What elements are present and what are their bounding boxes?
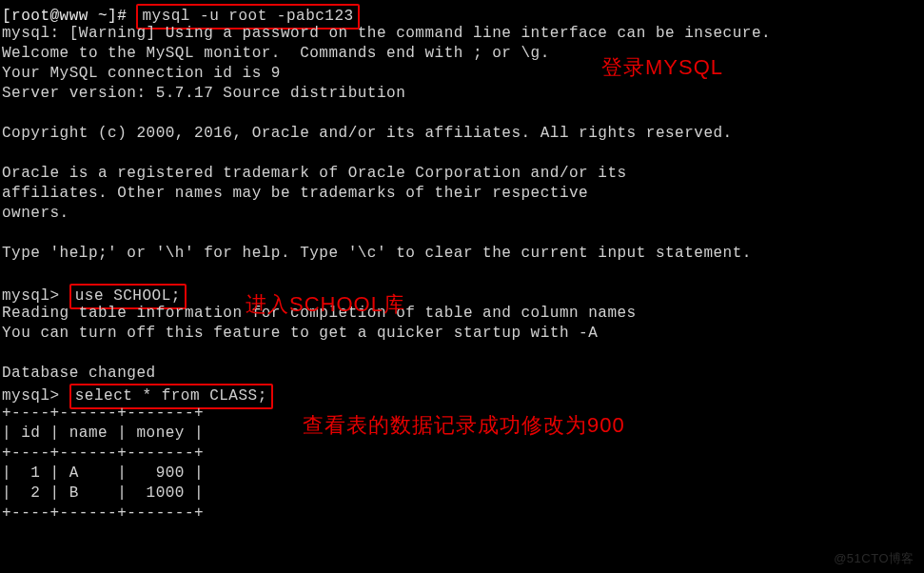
shell-prompt-line: [root@www ~]# mysql -u root -pabc123 [2,4,922,24]
mysql-prompt-line: mysql> select * from CLASS; [2,384,922,404]
use-command: use SCHOOL; [75,287,181,305]
output-line: affiliates. Other names may be trademark… [2,184,922,204]
output-line: Welcome to the MySQL monitor. Commands e… [2,44,922,64]
table-border: +----+------+-------+ [2,504,922,524]
output-line: Reading table information for completion… [2,304,922,324]
mysql-prompt: mysql> [2,387,69,405]
blank-line [2,224,922,244]
mysql-login-command: mysql -u root -pabc123 [142,8,353,25]
table-border: +----+------+-------+ [2,444,922,464]
select-command: select * from CLASS; [75,387,267,405]
output-line: mysql: [Warning] Using a password on the… [2,24,922,44]
table-row: | 1 | A | 900 | [2,464,922,484]
blank-line [2,144,922,164]
mysql-prompt: mysql> [2,287,69,305]
blank-line [2,104,922,124]
mysql-prompt-line: mysql> use SCHOOL; [2,284,922,304]
blank-line [2,344,922,364]
output-line: Copyright (c) 2000, 2016, Oracle and/or … [2,124,922,144]
output-line: Database changed [2,364,922,384]
output-line: You can turn off this feature to get a q… [2,324,922,344]
output-line: Server version: 5.7.17 Source distributi… [2,84,922,104]
output-line: Your MySQL connection id is 9 [2,64,922,84]
watermark: @51CTO博客 [834,550,914,567]
output-line: Type 'help;' or '\h' for help. Type '\c'… [2,244,922,264]
annotation-enter-db: 进入SCHOOL库 [246,290,405,319]
output-line: owners. [2,204,922,224]
annotation-view-table: 查看表的数据记录成功修改为900 [303,411,625,440]
annotation-login: 登录MYSQL [601,53,723,82]
blank-line [2,264,922,284]
output-line: Oracle is a registered trademark of Orac… [2,164,922,184]
table-row: | 2 | B | 1000 | [2,484,922,504]
shell-prompt: [root@www ~]# [2,8,136,25]
